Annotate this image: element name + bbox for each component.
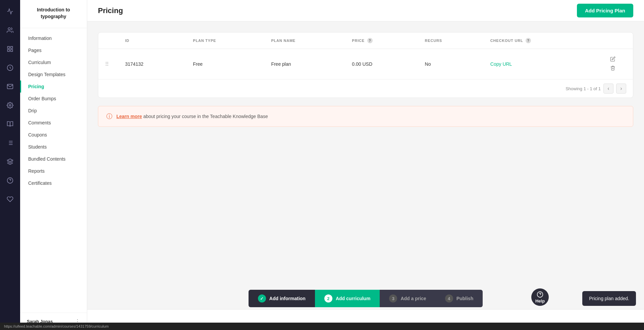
sidebar-item-reports[interactable]: Reports (20, 165, 87, 177)
step-3-badge: 3 (389, 294, 397, 302)
step-1-label: Add information (269, 296, 306, 301)
community-icon[interactable] (4, 193, 16, 205)
svg-rect-4 (8, 50, 10, 52)
sidebar-item-students[interactable]: Students (20, 141, 87, 153)
wizard-step-add-price[interactable]: 3 Add a price (380, 290, 435, 307)
row-price: 0.00 USD (345, 49, 418, 79)
svg-point-0 (8, 28, 10, 30)
main-content: Pricing Add Pricing Plan ID PLAN TYPE (87, 0, 644, 330)
edit-row-button[interactable] (607, 55, 618, 64)
row-plan-name: Free plan (264, 49, 345, 79)
learn-more-link[interactable]: Learn more (116, 114, 142, 119)
status-url: https://uifeed.teachable.com/admin/cours… (4, 324, 109, 328)
svg-rect-2 (11, 47, 13, 49)
add-pricing-plan-button[interactable]: Add Pricing Plan (577, 4, 633, 17)
trial-bar (87, 309, 644, 323)
col-id: ID (118, 33, 186, 49)
pagination-info: Showing 1 - 1 of 1 ‹ › (98, 79, 633, 98)
sidebar-item-order-bumps[interactable]: Order Bumps (20, 93, 87, 105)
top-header: Pricing Add Pricing Plan (87, 0, 644, 21)
price-tooltip-icon[interactable]: ? (367, 38, 373, 43)
col-plan-type: PLAN TYPE (186, 33, 264, 49)
step-1-badge: ✓ (258, 294, 266, 302)
info-banner-text: Learn more about pricing your course in … (116, 114, 268, 119)
row-id: 3174132 (118, 49, 186, 79)
svg-rect-1 (8, 47, 10, 49)
wizard-step-add-information[interactable]: ✓ Add information (249, 290, 315, 307)
course-title: Introduction to typography (20, 0, 87, 28)
content-area: ID PLAN TYPE PLAN NAME PRICE ? (87, 21, 644, 330)
svg-marker-13 (7, 159, 13, 162)
col-recurs: RECURS (418, 33, 484, 49)
row-plan-type: Free (186, 49, 264, 79)
svg-point-6 (9, 105, 11, 106)
sidebar-item-certificates[interactable]: Certificates (20, 177, 87, 189)
wizard-step-publish[interactable]: 4 Publish (436, 290, 483, 307)
info-banner-icon: ⓘ (106, 112, 112, 120)
wizard-steps: ✓ Add information 2 Add curriculum 3 Add… (249, 290, 483, 307)
delete-row-button[interactable] (607, 64, 618, 73)
help-label: Help (535, 298, 545, 304)
col-plan-name: PLAN NAME (264, 33, 345, 49)
col-drag (98, 33, 118, 49)
step-4-label: Publish (457, 296, 474, 301)
sidebar-item-pricing[interactable]: Pricing (20, 80, 87, 93)
sidebar-item-pages[interactable]: Pages (20, 44, 87, 56)
sidebar-item-drip[interactable]: Drip (20, 105, 87, 117)
info-banner: ⓘ Learn more about pricing your course i… (98, 106, 633, 127)
sidebar-item-comments[interactable]: Comments (20, 117, 87, 129)
sidebar-item-curriculum[interactable]: Curriculum (20, 56, 87, 68)
sidebar-item-design-templates[interactable]: Design Templates (20, 68, 87, 80)
step-2-label: Add curriculum (336, 296, 370, 301)
pagination-text: Showing 1 - 1 of 1 (566, 86, 601, 91)
sidebar-item-bundled-contents[interactable]: Bundled Contents (20, 153, 87, 165)
step-4-badge: 4 (445, 294, 453, 302)
help-button[interactable]: Help (531, 288, 549, 306)
pricing-table: ID PLAN TYPE PLAN NAME PRICE ? (98, 33, 633, 79)
wizard-step-add-curriculum[interactable]: 2 Add curriculum (315, 290, 380, 307)
toast-text: Pricing plan added. (589, 296, 629, 301)
drag-handle[interactable]: ⠿ (105, 61, 109, 67)
pricing-card: ID PLAN TYPE PLAN NAME PRICE ? (98, 32, 633, 98)
row-recurs: No (418, 49, 484, 79)
nav-items: Information Pages Curriculum Design Temp… (20, 28, 87, 313)
step-3-label: Add a price (400, 296, 426, 301)
status-bar: https://uifeed.teachable.com/admin/cours… (0, 323, 644, 330)
revenue-icon[interactable] (4, 62, 16, 74)
svg-rect-3 (11, 50, 13, 52)
analytics-icon[interactable] (4, 5, 16, 17)
icon-sidebar (0, 0, 20, 330)
checkout-url-tooltip-icon[interactable]: ? (526, 38, 531, 43)
sidebar-item-information[interactable]: Information (20, 32, 87, 44)
toast-notification: Pricing plan added. (582, 291, 636, 306)
dashboard-icon[interactable] (4, 43, 16, 55)
library-icon[interactable] (4, 118, 16, 130)
col-price: PRICE ? (345, 33, 418, 49)
step-2-badge: 2 (324, 294, 332, 302)
copy-url-link[interactable]: Copy URL (490, 61, 512, 67)
next-page-button[interactable]: › (616, 84, 626, 94)
help-sidebar-icon[interactable] (4, 174, 16, 186)
col-checkout-url: CHECKOUT URL ? (484, 33, 599, 49)
sidebar-item-coupons[interactable]: Coupons (20, 129, 87, 141)
page-title: Pricing (98, 6, 123, 15)
reports-icon[interactable] (4, 137, 16, 149)
col-actions (599, 33, 633, 49)
settings-icon[interactable] (4, 99, 16, 111)
nav-sidebar: Introduction to typography Information P… (20, 0, 87, 330)
integrations-icon[interactable] (4, 156, 16, 168)
users-icon[interactable] (4, 24, 16, 36)
mail-icon[interactable] (4, 80, 16, 93)
prev-page-button[interactable]: ‹ (603, 84, 613, 94)
wizard-bar: ✓ Add information 2 Add curriculum 3 Add… (87, 288, 644, 309)
table-row: ⠿ 3174132 Free Free plan 0.00 USD No Cop… (98, 49, 633, 79)
